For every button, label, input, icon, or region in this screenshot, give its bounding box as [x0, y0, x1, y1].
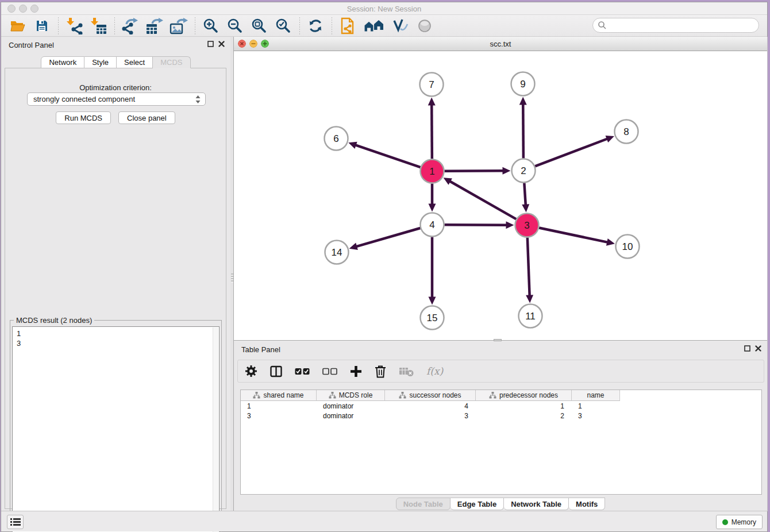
- column-header-name[interactable]: name: [572, 390, 620, 401]
- tab-mcds[interactable]: MCDS: [153, 56, 190, 68]
- table-row[interactable]: 1dominator411: [241, 401, 761, 411]
- graph-edge-1-7[interactable]: [432, 104, 432, 159]
- tab-select[interactable]: Select: [117, 56, 153, 68]
- import-table-button[interactable]: [88, 16, 109, 36]
- graph-edge-1-6[interactable]: [355, 145, 421, 167]
- column-header-mcds-role[interactable]: MCDS role: [317, 390, 385, 401]
- tree-icon: [399, 392, 406, 399]
- add-column-icon[interactable]: [350, 365, 362, 377]
- tab-motifs[interactable]: Motifs: [569, 498, 605, 510]
- first-neighbors-button[interactable]: [361, 16, 387, 36]
- node-table: shared name MCDS role successor nodes pr…: [240, 390, 762, 495]
- column-header-predecessor-nodes[interactable]: predecessor nodes: [476, 390, 572, 401]
- apply-style-button[interactable]: [390, 16, 411, 36]
- search-input[interactable]: [607, 20, 759, 31]
- mcds-result-box[interactable]: 1 3: [12, 326, 220, 532]
- close-panel-icon[interactable]: [218, 41, 225, 47]
- graph-edge-3-1[interactable]: [449, 181, 516, 219]
- refresh-button[interactable]: [305, 16, 326, 36]
- table-cell[interactable]: 3: [385, 411, 476, 421]
- tab-node-table[interactable]: Node Table: [396, 498, 451, 510]
- select-all-icon[interactable]: [295, 368, 310, 375]
- tree-icon: [253, 392, 260, 399]
- table-row[interactable]: 3dominator323: [241, 411, 761, 421]
- network-graph[interactable]: 7968124314101511: [234, 51, 767, 341]
- float-panel-icon[interactable]: [207, 41, 214, 47]
- graph-edge-2-8[interactable]: [535, 138, 608, 166]
- control-panel-header: Control Panel: [1, 37, 230, 53]
- paintbrush-icon: [392, 18, 409, 33]
- toolbar-separator: [57, 17, 59, 34]
- refresh-icon: [308, 18, 323, 33]
- delete-column-trash-icon[interactable]: [375, 365, 386, 378]
- zoom-in-icon: [203, 18, 219, 34]
- close-panel-button[interactable]: Close panel: [118, 111, 175, 124]
- application-window: Session: New Session: [1, 2, 768, 532]
- graph-edge-4-14[interactable]: [356, 228, 420, 246]
- graph-edge-2-9[interactable]: [523, 103, 523, 158]
- table-cell[interactable]: 3: [572, 411, 620, 421]
- task-history-button[interactable]: [7, 515, 24, 529]
- table-cell[interactable]: 4: [385, 401, 476, 411]
- graph-edge-2-3[interactable]: [524, 183, 525, 205]
- control-panel-title: Control Panel: [9, 41, 54, 49]
- open-session-button[interactable]: [7, 16, 28, 36]
- scrollbar-track[interactable]: [213, 327, 218, 532]
- zoom-selected-button[interactable]: [273, 16, 294, 36]
- search-field[interactable]: [592, 18, 759, 33]
- optimization-criterion-select[interactable]: strongly connected component: [27, 92, 206, 106]
- graph-edge-arrowhead: [519, 97, 527, 105]
- graph-edge-arrowhead: [502, 167, 510, 175]
- zoom-out-button[interactable]: [225, 16, 245, 36]
- export-table-icon: [145, 17, 164, 34]
- export-image-button[interactable]: [168, 16, 189, 36]
- zoom-in-button[interactable]: [201, 16, 221, 36]
- show-columns-icon[interactable]: [270, 365, 282, 377]
- splitter-grip[interactable]: [231, 273, 233, 283]
- memory-button[interactable]: Memory: [716, 515, 763, 529]
- graph-node-label: 4: [429, 219, 434, 230]
- graph-edge-arrowhead: [606, 136, 614, 142]
- float-table-panel-icon[interactable]: [744, 345, 750, 352]
- export-table-button[interactable]: [144, 16, 165, 36]
- deselect-all-icon[interactable]: [322, 368, 337, 375]
- network-window-titlebar[interactable]: scc.txt: [234, 37, 767, 51]
- save-session-button[interactable]: [32, 16, 52, 36]
- graph-node-label: 7: [429, 79, 434, 90]
- table-cell[interactable]: dominator: [317, 411, 385, 421]
- table-cell[interactable]: 1: [572, 401, 620, 411]
- title-bar: Session: New Session: [1, 2, 767, 15]
- new-network-from-selection-button[interactable]: [337, 16, 358, 36]
- table-settings-gear-icon[interactable]: [245, 365, 257, 377]
- graph-edge-arrowhead: [606, 238, 615, 246]
- tab-network-table[interactable]: Network Table: [504, 498, 569, 510]
- close-table-panel-icon[interactable]: [755, 345, 761, 352]
- table-cell[interactable]: 2: [476, 411, 572, 421]
- memory-status-dot: [722, 519, 728, 525]
- column-header-shared-name[interactable]: shared name: [241, 390, 317, 401]
- show-hide-button[interactable]: [414, 16, 435, 36]
- import-network-button[interactable]: [64, 16, 84, 36]
- table-cell[interactable]: 3: [241, 411, 317, 421]
- graph-edge-3-10[interactable]: [539, 228, 608, 242]
- run-mcds-button[interactable]: Run MCDS: [56, 111, 111, 124]
- window-title: Session: New Session: [1, 5, 767, 13]
- open-folder-icon: [10, 20, 25, 32]
- table-cell[interactable]: dominator: [317, 401, 385, 411]
- table-cell[interactable]: 1: [241, 401, 317, 411]
- tab-network[interactable]: Network: [41, 56, 84, 68]
- tab-edge-table[interactable]: Edge Table: [451, 498, 504, 510]
- save-icon: [36, 20, 48, 32]
- graph-edge-4-3[interactable]: [444, 225, 507, 225]
- graph-edge-1-2[interactable]: [444, 171, 503, 171]
- delete-table-icon: [399, 366, 414, 377]
- toolbar-separator: [114, 17, 115, 34]
- export-network-button[interactable]: [120, 16, 141, 36]
- table-cell[interactable]: 1: [476, 401, 572, 411]
- graph-edge-3-11[interactable]: [528, 237, 530, 296]
- zoom-fit-button[interactable]: [249, 16, 270, 36]
- column-header-successor-nodes[interactable]: successor nodes: [385, 390, 476, 401]
- main-toolbar: [1, 15, 767, 37]
- network-canvas[interactable]: 7968124314101511: [234, 51, 767, 341]
- tab-style[interactable]: Style: [84, 56, 117, 68]
